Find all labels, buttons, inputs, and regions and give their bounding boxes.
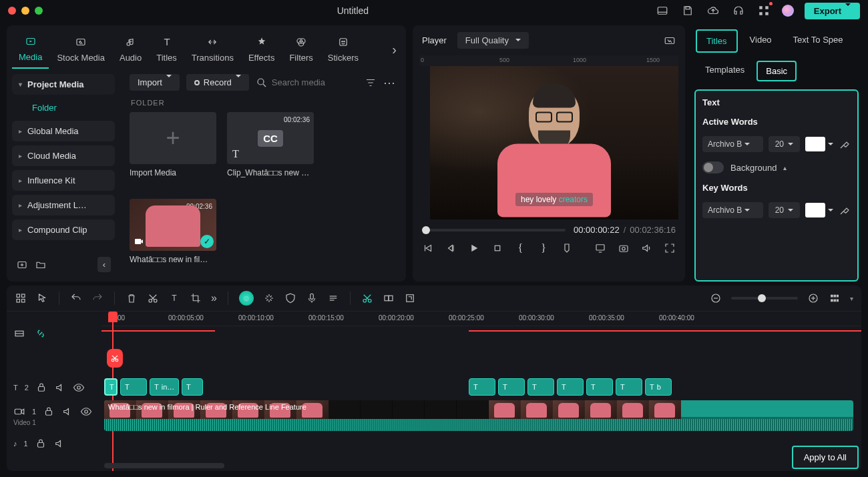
cloud-upload-icon[interactable] [706,3,720,18]
group-icon[interactable] [383,292,395,304]
timeline-tracks[interactable]: 00:00 00:00:05:00 00:00:10:00 00:00:15:0… [101,312,861,471]
auto-track-icon[interactable] [13,328,25,340]
mute-icon[interactable] [53,438,65,450]
delete-icon[interactable] [126,292,138,304]
sidebar-item-influence-kit[interactable]: ▸Influence Kit [12,170,115,191]
lock-icon[interactable] [43,406,55,418]
audio-waveform[interactable] [104,419,853,431]
title-clip[interactable]: T [498,378,525,396]
record-button[interactable]: Record [186,74,249,91]
grid-icon[interactable] [15,292,27,304]
tab-audio[interactable]: Audio [113,31,148,68]
prev-frame-icon[interactable] [422,242,435,255]
tab-media[interactable]: Media [12,31,49,69]
title-clip[interactable]: T [104,378,118,396]
title-clip[interactable]: T [557,378,584,396]
minimize-window-icon[interactable] [21,7,29,15]
zoom-out-icon[interactable] [710,292,722,304]
title-clip[interactable]: Tin… [150,378,179,396]
captions-icon[interactable] [327,292,339,304]
mark-in-icon[interactable]: { [514,242,527,255]
video-clip-cell[interactable]: 00:02:36 ✓ Whatâ□□s new in fil… [130,199,216,264]
caret-up-icon[interactable]: ▴ [783,164,787,171]
razor-handle[interactable] [107,349,123,368]
ai-icon[interactable]: ☺ [239,291,254,306]
inspector-tab-titles[interactable]: Titles [696,29,738,53]
lock-icon[interactable] [35,438,47,450]
mute-icon[interactable] [61,406,73,418]
key-size-select[interactable]: 20 [769,202,800,218]
search-input[interactable] [256,77,358,89]
subtab-basic[interactable]: Basic [756,61,797,81]
window-controls[interactable] [8,7,43,15]
quality-select[interactable]: Full Quality [457,32,529,49]
display-icon[interactable] [594,242,607,255]
eye-icon[interactable] [80,406,92,418]
sidebar-item-cloud-media[interactable]: ▸Cloud Media [12,145,115,166]
save-icon[interactable] [680,3,695,18]
preview-viewport[interactable]: hey lovely creators [430,66,678,219]
new-bin-icon[interactable] [16,259,28,271]
import-button[interactable]: Import [130,74,180,91]
maximize-window-icon[interactable] [35,7,43,15]
export-button[interactable]: Export [805,3,860,19]
sidebar-item-adjustment[interactable]: ▸Adjustment L… [12,195,115,215]
new-folder-icon[interactable] [35,259,47,271]
zoom-in-icon[interactable] [807,292,819,304]
more-tools-icon[interactable]: » [211,292,217,304]
tab-transitions[interactable]: Transitions [185,31,240,68]
mark-out-icon[interactable]: } [537,242,550,255]
compare-icon[interactable] [664,35,676,47]
active-color-swatch[interactable] [805,137,833,151]
background-toggle[interactable] [702,161,724,173]
title-clip[interactable]: T [469,378,495,396]
pointer-icon[interactable] [36,292,48,304]
filter-icon[interactable] [365,77,377,89]
eye-icon[interactable] [73,382,85,394]
time-ruler[interactable]: 00:00 00:00:05:00 00:00:10:00 00:00:15:0… [101,312,861,326]
eyedropper-icon[interactable] [839,138,851,150]
title-clip[interactable]: T [182,378,203,396]
sidebar-item-folder[interactable]: Folder [27,99,115,117]
timeline-scrollbar[interactable] [104,463,224,468]
title-clip[interactable]: T [527,378,554,396]
tabs-more-icon[interactable]: › [388,42,401,57]
sidebar-item-project-media[interactable]: ▾Project Media [12,74,115,95]
text-tool-icon[interactable]: T [168,292,180,304]
close-window-icon[interactable] [8,7,16,15]
key-font-select[interactable]: Archivo B [702,202,763,218]
marker-dropdown-icon[interactable] [560,242,573,255]
scrubber[interactable] [422,229,566,231]
layout-icon[interactable] [655,3,670,18]
undo-icon[interactable] [70,292,82,304]
active-size-select[interactable]: 20 [769,136,800,152]
split-icon[interactable] [361,292,373,304]
sidebar-item-global-media[interactable]: ▸Global Media [12,121,115,141]
chevron-down-icon[interactable]: ▾ [850,295,853,302]
apps-icon[interactable] [756,3,771,18]
fullscreen-icon[interactable] [663,242,676,255]
title-clip[interactable]: T [586,378,613,396]
import-media-cell[interactable]: + Import Media [130,112,216,177]
mute-icon[interactable] [54,382,66,394]
inspector-tab-video[interactable]: Video [740,29,781,53]
tab-titles[interactable]: TTitles [150,31,184,68]
tab-stock-media[interactable]: Stock Media [50,31,112,68]
support-icon[interactable] [731,3,746,18]
crop-icon[interactable] [190,292,202,304]
more-icon[interactable]: ⋯ [383,75,397,90]
zoom-knob[interactable] [758,294,766,302]
sparkle-icon[interactable] [263,292,275,304]
stop-icon[interactable] [491,242,504,255]
snapshot-icon[interactable] [617,242,630,255]
play-icon[interactable] [468,242,481,255]
avatar[interactable] [782,5,794,17]
track-view-icon[interactable] [829,292,841,304]
tab-effects[interactable]: Effects [242,31,282,68]
track-head-v1[interactable]: 1 Video 1 [7,397,101,434]
subtab-templates[interactable]: Templates [697,61,752,81]
apply-to-all-button[interactable]: Apply to All [792,446,859,469]
expand-icon[interactable] [404,292,416,304]
volume-icon[interactable] [640,242,653,255]
active-font-select[interactable]: Archivo B [702,136,763,152]
